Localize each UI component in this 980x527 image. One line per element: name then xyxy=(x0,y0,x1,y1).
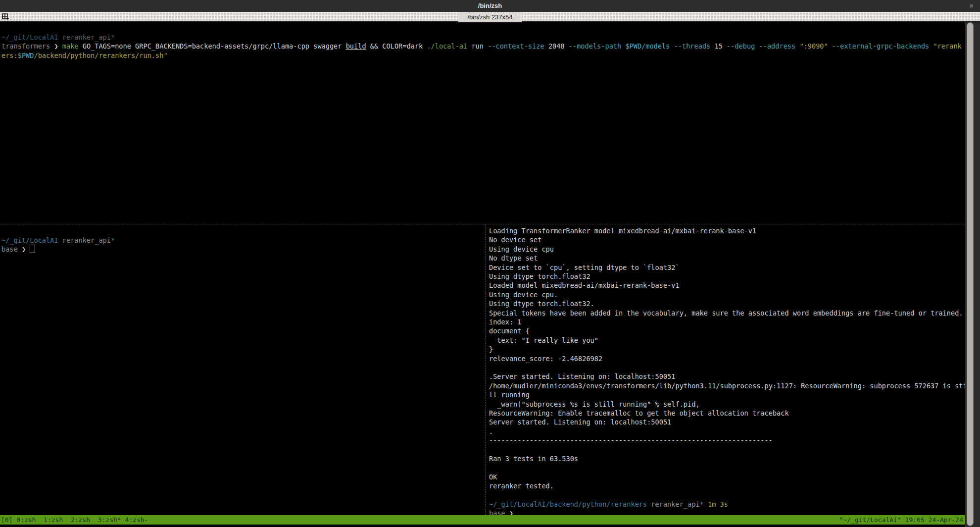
terminal-text: "rerank xyxy=(933,42,961,50)
terminal-text: * xyxy=(111,236,115,244)
scrollbar-thumb[interactable] xyxy=(967,22,974,526)
terminal-text: Device set to `cpu`, setting dtype to `f… xyxy=(489,264,680,271)
terminal-text: --external-grpc-backends xyxy=(832,42,929,50)
terminal-line: Loading TransformerRanker model mixedbre… xyxy=(489,226,756,235)
terminal-line: .Server started. Listening on: localhost… xyxy=(489,372,675,381)
terminal-text: } xyxy=(489,345,493,353)
terminal-text: reranker_api xyxy=(58,236,111,244)
terminal-text: ~/_git/LocalAI xyxy=(1,236,58,244)
terminal-text: ./local-ai xyxy=(427,42,467,50)
terminal-line: Using device cpu xyxy=(489,245,554,254)
terminal-text: * xyxy=(111,33,115,41)
terminal-text: /home/mudler/miniconda3/envs/transformer… xyxy=(489,382,967,390)
terminal-text: index: 1 xyxy=(489,318,521,326)
terminal-text: make xyxy=(62,42,83,50)
terminal-text: ~/_git/LocalAI/backend/python/rerankers xyxy=(489,500,647,508)
terminal-line: Special tokens have been added in the vo… xyxy=(489,309,963,317)
terminal-line: Device set to `cpu`, setting dtype to `f… xyxy=(489,263,680,272)
terminal-text: . xyxy=(489,427,493,435)
terminal-text: Ran 3 tests in 63.530s xyxy=(489,455,578,463)
terminal-text: GO_TAGS=none GRPC_BACKENDS=backend-asset… xyxy=(83,42,346,50)
terminal-text: build xyxy=(346,42,366,50)
tmux-status-bar: [0] 0:zsh 1:zsh 2:zsh 3:zsh* 4:zsh- "~/_… xyxy=(0,515,965,525)
terminal-text: No dtype set xyxy=(489,254,538,262)
terminal-text: --address xyxy=(759,42,796,50)
tab-bar: /bin/zsh 237x54 xyxy=(0,12,980,22)
status-session-info: "~/_git/LocalAI" 19:05 24-Apr-24 xyxy=(839,515,963,525)
terminal-text: * xyxy=(700,500,704,508)
terminal-text xyxy=(828,42,832,50)
terminal-text: ll running xyxy=(489,391,530,399)
terminal-text: document { xyxy=(489,327,530,335)
terminal-text: 1m 3s xyxy=(704,500,728,508)
terminal-line: . xyxy=(489,427,493,436)
terminal-text: ❯ xyxy=(22,245,30,253)
terminal-text: ":9090" xyxy=(799,42,828,50)
terminal-text: Special tokens have been added in the vo… xyxy=(489,309,963,317)
terminal-line: ~/_git/LocalAI reranker_api* xyxy=(1,33,115,42)
terminal-line: Using dtype torch.float32. xyxy=(489,299,594,308)
terminal-line: OK xyxy=(489,473,497,481)
terminal-line: ll running xyxy=(489,390,530,399)
terminal-text: $PWD xyxy=(18,52,34,59)
terminal-line: Using device cpu. xyxy=(489,290,558,299)
terminal-line: base ❯ xyxy=(1,245,35,254)
terminal-text: /backend/python/rerankers/run.sh" xyxy=(34,52,168,59)
terminal-text: reranker tested. xyxy=(489,482,554,490)
terminal-text xyxy=(755,42,759,50)
terminal-line: text: "I really like you" xyxy=(489,336,598,345)
terminal-line: Ran 3 tests in 63.530s xyxy=(489,454,578,463)
terminal-line: No dtype set xyxy=(489,254,538,263)
terminal-text: $PWD/models xyxy=(625,42,670,50)
terminal-line: /home/mudler/miniconda3/envs/transformer… xyxy=(489,381,967,390)
window-title: /bin/zsh xyxy=(0,0,980,12)
terminal-line: Using dtype torch.float32 xyxy=(489,272,590,281)
terminal-window: { "window": { "title": "/bin/zsh", "clos… xyxy=(0,0,980,527)
terminal-text: Using dtype torch.float32 xyxy=(489,272,590,280)
terminal-line: reranker tested. xyxy=(489,481,554,490)
terminal-line: Loaded model mixedbread-ai/mxbai-rerank-… xyxy=(489,281,680,290)
terminal-text: ResourceWarning: Enable tracemalloc to g… xyxy=(489,409,789,417)
terminal-line: Server started. Listening on: localhost:… xyxy=(489,418,671,426)
terminal-line: ----------------------------------------… xyxy=(489,436,773,445)
terminal-text xyxy=(670,42,674,50)
terminal-text: 2048 xyxy=(544,42,569,50)
terminal-text: ers: xyxy=(1,52,18,59)
pane-divider-horizontal[interactable] xyxy=(0,224,965,224)
window-titlebar: /bin/zsh × xyxy=(0,0,980,12)
terminal-text: OK xyxy=(489,473,497,481)
terminal-text: text: "I really like you" xyxy=(489,336,598,344)
terminal-text: ~/_git/LocalAI xyxy=(1,33,58,41)
scrollbar[interactable] xyxy=(965,22,980,527)
terminal-line: ~/_git/LocalAI/backend/python/rerankers … xyxy=(489,500,728,509)
terminal-text: --threads xyxy=(674,42,711,50)
terminal-text: base xyxy=(1,245,22,253)
terminal-text: ❯ xyxy=(54,42,62,50)
terminal-text: 15 xyxy=(710,42,727,50)
terminal-text: transformers xyxy=(1,42,54,50)
terminal-text: No device set xyxy=(489,236,541,244)
pane-divider-vertical[interactable] xyxy=(485,224,486,515)
terminal-text: Loading TransformerRanker model mixedbre… xyxy=(489,227,756,235)
terminal-text: --debug xyxy=(727,42,755,50)
terminal-text: relevance_score: -2.46826982 xyxy=(489,355,602,363)
terminal-text: .Server started. Listening on: localhost… xyxy=(489,372,675,380)
terminal-text: && COLOR=dark xyxy=(366,42,427,50)
terminal-line: ~/_git/LocalAI reranker_api* xyxy=(1,236,115,245)
terminal-text: ----------------------------------------… xyxy=(489,436,773,444)
terminal-text: Using device cpu xyxy=(489,245,554,253)
tab-label: /bin/zsh 237x54 xyxy=(458,12,521,22)
terminal-line: No device set xyxy=(489,235,541,244)
terminal-text: Loaded model mixedbread-ai/mxbai-rerank-… xyxy=(489,281,680,289)
terminal-line: ResourceWarning: Enable tracemalloc to g… xyxy=(489,409,789,418)
tab-zsh[interactable]: /bin/zsh 237x54 xyxy=(0,12,980,22)
close-icon[interactable]: × xyxy=(969,0,974,12)
terminal-text: reranker_api xyxy=(647,500,699,508)
terminal-line: ers:$PWD/backend/python/rerankers/run.sh… xyxy=(1,51,168,60)
text-cursor xyxy=(30,245,35,253)
terminal-line: relevance_score: -2.46826982 xyxy=(489,354,602,363)
terminal-text: --models-path xyxy=(569,42,621,50)
terminal-line: index: 1 xyxy=(489,317,521,326)
terminal-text: Using device cpu. xyxy=(489,291,558,299)
terminal-text: Using dtype torch.float32. xyxy=(489,300,594,308)
